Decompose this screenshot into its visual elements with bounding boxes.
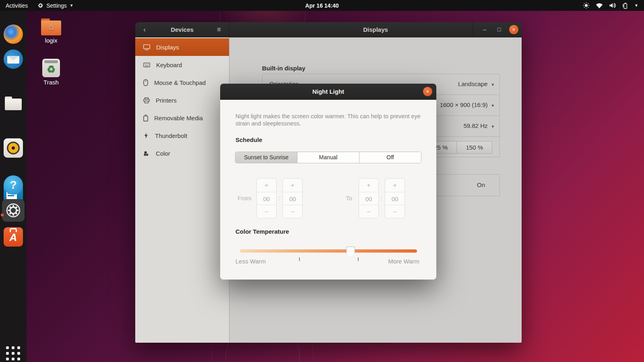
sidebar-item-keyboard[interactable]: Keyboard: [135, 56, 229, 74]
dock-item-ubuntu-software[interactable]: A: [4, 227, 23, 247]
volume-icon: [609, 2, 616, 8]
dialog-description: Night light makes the screen color warme…: [235, 113, 425, 127]
dropdown-icon: ▾: [491, 103, 494, 108]
increment-button[interactable]: +: [283, 179, 302, 192]
headerbar-right: Displays – □ ×: [229, 22, 522, 37]
from-minutes-spinner: + 00 −: [283, 178, 303, 218]
dock-item-thunderbird[interactable]: [4, 49, 23, 69]
activities-button[interactable]: Activities: [0, 0, 33, 11]
window-headerbar[interactable]: ‹ Devices ≡ Displays – □ ×: [135, 22, 522, 37]
divider: [473, 22, 473, 37]
keyboard-icon: [143, 62, 150, 68]
to-hours-value[interactable]: 00: [359, 192, 378, 205]
sidebar: Displays Keyboard Mouse & Touchpad: [135, 37, 229, 343]
from-hours-value[interactable]: 00: [257, 192, 276, 205]
dock: A ?: [0, 11, 27, 362]
running-indicator-dot: [1, 214, 4, 216]
desktop: Activities Settings ▼ Apr 16 14:40: [0, 0, 644, 362]
close-button[interactable]: ×: [509, 25, 518, 34]
recycle-icon: ♻: [42, 64, 60, 75]
sidebar-item-label: Color: [156, 150, 170, 157]
from-label: From: [237, 195, 252, 202]
decrement-button[interactable]: −: [385, 205, 405, 218]
window-controls: – □ ×: [473, 22, 518, 37]
color-temperature-slider[interactable]: [240, 249, 417, 253]
resolution-value[interactable]: 644 × 362 (16:9)▾: [440, 101, 494, 108]
increment-button[interactable]: +: [359, 179, 378, 192]
sidebar-item-color[interactable]: Color: [135, 144, 229, 162]
sidebar-item-label: Displays: [156, 44, 179, 51]
from-hours-spinner: + 00 −: [256, 178, 277, 218]
removable-media-icon: [143, 115, 148, 121]
to-minutes-spinner: + 00 −: [385, 178, 405, 218]
less-warm-label: Less Warm: [235, 258, 266, 265]
increment-button[interactable]: +: [257, 179, 276, 192]
sidebar-item-displays[interactable]: Displays: [135, 38, 229, 56]
chevron-down-icon: ▼: [70, 3, 74, 8]
schedule-segmented-control: Sunset to Sunrise Manual Off: [235, 152, 421, 163]
sidebar-item-label: Printers: [156, 97, 177, 104]
refresh-rate-value[interactable]: 59.82 Hz▾: [463, 122, 494, 129]
wifi-icon: [596, 3, 603, 8]
desktop-icon-label: logix: [32, 37, 70, 44]
display-icon: [143, 44, 150, 50]
time-colon: :: [279, 195, 280, 202]
dialog-title: Night Light: [220, 84, 436, 100]
top-bar: Activities Settings ▼ Apr 16 14:40: [0, 0, 644, 11]
dialog-headerbar[interactable]: Night Light ×: [220, 84, 436, 100]
system-tray[interactable]: ▼: [583, 2, 644, 9]
sidebar-item-thunderbolt[interactable]: Thunderbolt: [135, 127, 229, 144]
battery-icon: [622, 2, 628, 9]
app-menu-button[interactable]: Settings ▼: [33, 0, 78, 11]
desktop-icon-trash[interactable]: ♻ Trash: [32, 59, 70, 86]
decrement-button[interactable]: −: [283, 205, 302, 218]
hamburger-menu-button[interactable]: ≡: [214, 25, 224, 35]
thunderbolt-icon: [143, 132, 149, 139]
decrement-button[interactable]: −: [257, 205, 276, 218]
mouse-icon: [143, 79, 148, 86]
dialog-close-button[interactable]: ×: [423, 87, 432, 96]
minimize-button[interactable]: –: [480, 25, 489, 34]
to-minutes-value[interactable]: 00: [385, 192, 405, 205]
color-icon: [143, 151, 150, 156]
from-minutes-value[interactable]: 00: [283, 192, 302, 205]
more-warm-label: More Warm: [388, 258, 419, 265]
dock-item-help[interactable]: ?: [4, 175, 23, 195]
headerbar-left: ‹ Devices ≡: [135, 22, 229, 37]
desktop-icon-label: Trash: [32, 79, 70, 86]
app-grid-button[interactable]: [6, 346, 21, 361]
maximize-button[interactable]: □: [495, 25, 504, 34]
desktop-icon-logix[interactable]: ⌂ logix: [32, 19, 70, 44]
envelope-icon: [7, 56, 19, 64]
software-letter: A: [4, 231, 23, 244]
dock-item-rhythmbox[interactable]: [4, 138, 23, 158]
dock-item-settings-active[interactable]: [2, 199, 25, 222]
slider-tick: [299, 257, 300, 261]
sidebar-item-label: Mouse & Touchpad: [154, 79, 206, 86]
speaker-icon: [7, 142, 20, 154]
gear-icon: [37, 2, 43, 8]
night-light-icon: [583, 2, 590, 9]
folder-icon: ⌂: [41, 19, 61, 35]
scale-150-button[interactable]: 150 %: [457, 141, 492, 154]
increment-button[interactable]: +: [385, 179, 405, 192]
schedule-label: Schedule: [235, 136, 262, 143]
schedule-option-off[interactable]: Off: [359, 152, 421, 163]
sidebar-item-printers[interactable]: Printers: [135, 91, 229, 109]
decrement-button[interactable]: −: [359, 205, 378, 218]
home-icon: ⌂: [41, 22, 61, 32]
schedule-option-manual[interactable]: Manual: [297, 152, 359, 163]
night-light-status: On: [477, 181, 485, 188]
clock[interactable]: Apr 16 14:40: [0, 2, 644, 9]
night-light-dialog: Night Light × Night light makes the scre…: [220, 84, 436, 280]
to-label: To: [346, 195, 352, 202]
dock-item-files[interactable]: [4, 94, 23, 113]
sidebar-item-removable-media[interactable]: Removable Media: [135, 109, 229, 127]
sidebar-item-mouse-touchpad[interactable]: Mouse & Touchpad: [135, 74, 229, 91]
slider-handle[interactable]: [346, 247, 355, 257]
schedule-option-sunset-to-sunrise[interactable]: Sunset to Sunrise: [235, 152, 297, 163]
dock-item-firefox[interactable]: [4, 25, 23, 44]
orientation-value[interactable]: Landscape▾: [458, 80, 494, 87]
section-title: Built-in display: [262, 65, 305, 72]
gear-icon: [5, 202, 21, 218]
